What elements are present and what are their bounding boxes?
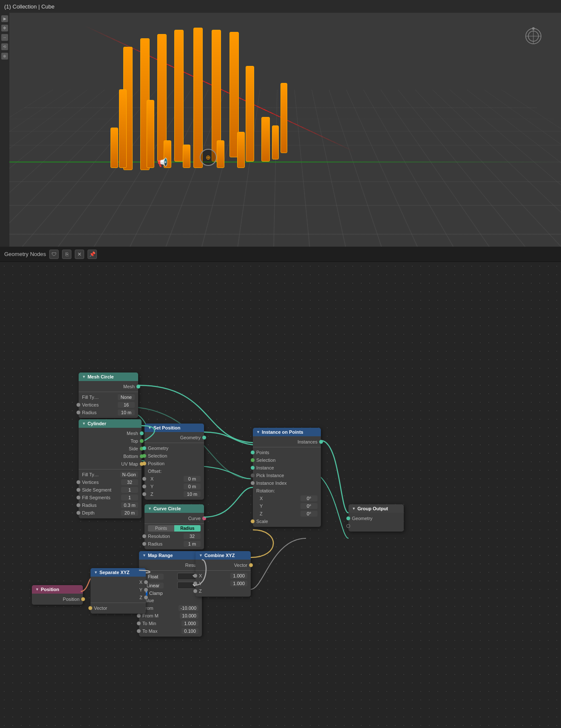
node-combine-xyz-header: ▼ Combine XYZ (196, 551, 251, 560)
node-set-position[interactable]: ▼ Set Position Geometry Geometry Selecti… (144, 424, 204, 500)
node-map-range-body: Result Float Linear Clamp (139, 560, 202, 637)
sxyz-z-socket (144, 596, 148, 600)
copy-icon-btn[interactable]: ⎘ (62, 250, 71, 259)
node-group-output-body: Geometry (348, 513, 404, 532)
sxyz-y-socket (144, 588, 148, 592)
cylinder-bar-18 (280, 83, 287, 153)
cylinder-bar-11 (261, 117, 270, 162)
axis-green-line (9, 162, 561, 162)
node-instance-on-points[interactable]: ▼ Instance on Points Instances Points Se… (253, 428, 321, 527)
mesh-circle-radius-socket (76, 411, 80, 415)
tool-icon-1[interactable]: ▶ (1, 15, 8, 22)
setpos-y-socket (142, 485, 146, 489)
node-editor-title: Geometry Nodes (4, 251, 46, 257)
node-map-range[interactable]: ▼ Map Range Result Float Linear (139, 551, 202, 637)
node-combine-xyz[interactable]: ▼ Combine XYZ Vector X 1.000 Y 1.000 (196, 551, 251, 597)
rotate-gizmo[interactable] (523, 26, 544, 47)
iop-pick-socket (251, 474, 255, 478)
svg-point-4 (532, 27, 535, 30)
node-mesh-circle-arrow: ▼ (82, 375, 86, 379)
cylinder-bar-12 (110, 128, 118, 168)
node-cylinder[interactable]: ▼ Cylinder Mesh Top Side Bottom (79, 419, 142, 518)
curve-radius-socket (142, 542, 146, 546)
node-instance-on-points-label: Instance on Points (262, 429, 303, 435)
mesh-circle-fillty-row: Fill Ty… None (79, 393, 138, 401)
iop-points-socket (251, 451, 255, 455)
node-combine-xyz-body: Vector X 1.000 Y 1.000 Z (196, 560, 251, 597)
pos-out-socket (81, 597, 85, 601)
node-mesh-circle[interactable]: ▼ Mesh Circle Mesh Fill Ty… None Vertice… (79, 373, 138, 418)
transform-gizmo[interactable]: ⊕ (200, 149, 217, 166)
node-separate-xyz-label: Separate XYZ (99, 570, 130, 575)
node-set-position-label: Set Position (153, 425, 181, 430)
setpos-z-socket (142, 492, 146, 496)
cylinder-bar-17 (272, 125, 279, 159)
setpos-out-socket (202, 436, 206, 440)
node-cylinder-header: ▼ Cylinder (79, 419, 142, 428)
setpos-sel-socket (142, 454, 146, 458)
cylinder-bar-4 (174, 30, 184, 162)
mr-tomin-socket (137, 622, 141, 626)
iop-instance-socket (251, 466, 255, 470)
shield-icon-btn[interactable]: 🛡 (49, 250, 59, 259)
sxyz-x-socket (144, 580, 148, 584)
cylinder-bar-5 (193, 28, 203, 168)
cyl-depth-socket (76, 511, 80, 515)
mesh-circle-vertices-socket (76, 403, 80, 407)
node-separate-xyz-body: X Y Z Vector (91, 577, 146, 614)
node-position-body: Position (32, 594, 83, 605)
cylinder-top-socket (140, 439, 144, 443)
node-editor-header: Geometry Nodes 🛡 ⎘ ✕ 📌 (0, 247, 561, 262)
node-cylinder-label: Cylinder (88, 421, 106, 426)
node-separate-xyz[interactable]: ▼ Separate XYZ X Y Z V (91, 568, 146, 614)
node-curve-circle[interactable]: ▼ Curve Circle Curve Points Radius Resol… (144, 504, 204, 549)
node-position-label: Position (41, 587, 59, 592)
node-separate-xyz-header: ▼ Separate XYZ (91, 568, 146, 577)
node-combine-xyz-label: Combine XYZ (204, 553, 235, 558)
tool-icon-3[interactable]: ↔ (1, 34, 8, 41)
setpos-x-socket (142, 477, 146, 481)
node-mesh-circle-label: Mesh Circle (88, 374, 114, 379)
cxyz-z-socket (193, 589, 197, 593)
mr-clamp-row: Clamp (139, 590, 202, 597)
node-position[interactable]: ▼ Position Position (32, 585, 83, 605)
curve-res-socket (142, 535, 146, 538)
curve-circle-tab-points[interactable]: Points (148, 525, 174, 532)
curve-circle-tabs: Points Radius (148, 525, 201, 532)
mesh-circle-vertices-row: Vertices 16 (79, 401, 138, 409)
mr-tomax-socket (137, 629, 141, 633)
node-mesh-circle-header: ▼ Mesh Circle (79, 373, 138, 381)
cylinder-bar-9 (147, 100, 154, 168)
node-instance-on-points-body: Instances Points Selection Instance (253, 436, 321, 527)
sxyz-vec-socket (88, 606, 92, 610)
node-map-range-label: Map Range (148, 553, 173, 558)
tool-icon-5[interactable]: ⊕ (1, 53, 8, 60)
cyl-fillseg-socket (76, 496, 80, 500)
node-canvas[interactable]: ▼ Mesh Circle Mesh Fill Ty… None Vertice… (0, 262, 561, 728)
iop-scale-socket (251, 520, 255, 523)
node-cylinder-body: Mesh Top Side Bottom UV Map (79, 428, 142, 518)
cylinder-bar-16 (237, 132, 245, 168)
cylinder-bar-14 (183, 145, 190, 168)
curve-circle-out-socket (202, 517, 206, 520)
tool-icon-2[interactable]: ✥ (1, 25, 8, 31)
speaker-icon: 📢 (157, 157, 168, 168)
3d-viewport[interactable]: (1) Collection | Cube ▶ ✥ ↔ ⟲ ⊕ ⊕ (0, 0, 561, 247)
iop-out-socket (319, 440, 323, 444)
node-group-output[interactable]: ▼ Group Output Geometry (348, 504, 404, 532)
tool-icon-4[interactable]: ⟲ (1, 43, 8, 50)
iop-idx-socket (251, 481, 255, 485)
node-set-position-body: Geometry Geometry Selection Position (144, 432, 204, 500)
go-geom-socket (346, 517, 350, 520)
viewport-label: (1) Collection | Cube (4, 3, 54, 10)
cxyz-x-socket (193, 574, 197, 578)
pin-icon-btn[interactable]: 📌 (88, 250, 97, 259)
mr-fromm-socket (137, 614, 141, 618)
cylinder-mesh-socket (140, 432, 144, 435)
node-group-output-label: Group Output (357, 506, 388, 511)
curve-circle-tab-radius[interactable]: Radius (174, 525, 201, 532)
node-group-output-header: ▼ Group Output (348, 504, 404, 513)
node-editor: Geometry Nodes 🛡 ⎘ ✕ 📌 (0, 247, 561, 728)
mesh-circle-mesh-socket (136, 385, 140, 389)
close-icon-btn[interactable]: ✕ (75, 250, 84, 259)
